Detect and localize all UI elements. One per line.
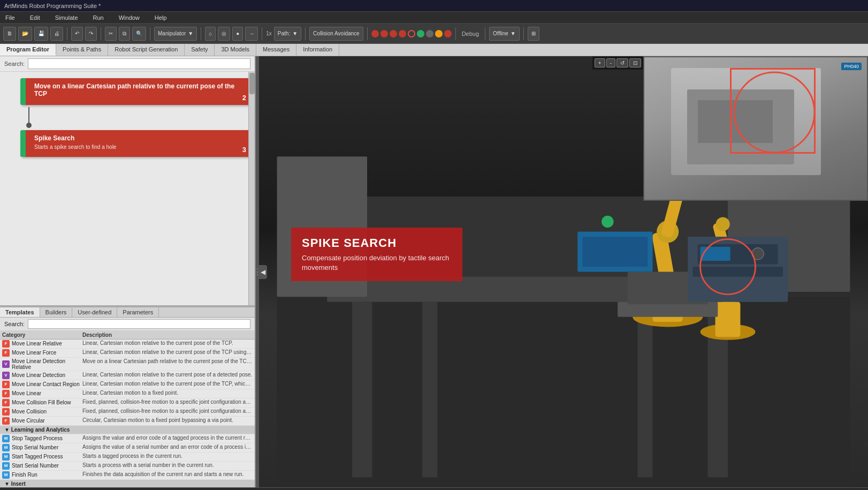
sep1: [67, 27, 67, 40]
toolbar-grid[interactable]: ⊞: [528, 27, 539, 41]
bottom-search-input[interactable]: [28, 319, 250, 329]
table-row[interactable]: M Start Tagged Process Starts a tagged p…: [0, 453, 255, 462]
cam-zoom-out[interactable]: -: [606, 58, 615, 67]
tab-robot-script[interactable]: Robot Script Generation: [108, 44, 185, 56]
debug-ind-9: [444, 30, 452, 37]
node-card-2[interactable]: Spike Search Starts a spike search to fi…: [20, 130, 250, 157]
row-category-0: Move Linear Relative: [12, 341, 62, 346]
path-dropdown[interactable]: Path: ▼: [274, 27, 301, 41]
sep8: [455, 27, 456, 40]
bottom-tab-templates[interactable]: Templates: [0, 307, 40, 317]
bottom-panel: Templates Builders User-defined Paramete…: [0, 306, 255, 487]
toolbar-copy[interactable]: ⧉: [119, 27, 130, 41]
row-icon-6: F: [2, 399, 10, 406]
menu-edit[interactable]: Edit: [27, 13, 43, 22]
table-row[interactable]: F Move Linear Linear, Cartesian motion t…: [0, 389, 255, 398]
panel-toggle[interactable]: ◀: [259, 265, 267, 279]
table-row[interactable]: M Stop Tagged Process Assigns the value …: [0, 434, 255, 443]
bottom-tab-parameters[interactable]: Parameters: [117, 307, 159, 317]
row-desc-3: Linear, Cartesian motion relative to the…: [82, 372, 253, 378]
table-row[interactable]: F Move Collision Fixed, planned, collisi…: [0, 408, 255, 417]
menu-run[interactable]: Run: [90, 13, 107, 22]
row-icon-11: M: [2, 444, 10, 451]
collision-btn[interactable]: Collision Avoidance: [309, 27, 363, 41]
table-row[interactable]: M Stop Serial Number Assigns the value o…: [0, 443, 255, 453]
row-category-8: Move Circular: [12, 418, 45, 424]
sep2: [101, 27, 101, 40]
program-editor: Search: Move on a linear Cartesian path …: [0, 56, 255, 306]
search-label: Search:: [4, 61, 25, 67]
menu-file[interactable]: File: [2, 13, 18, 22]
row-icon-12: M: [2, 453, 10, 461]
toolbar-print[interactable]: 🖨: [50, 27, 63, 41]
cam-zoom-in[interactable]: +: [595, 58, 605, 67]
app-title: ArtMinds Robot Programming Suite *: [4, 3, 101, 9]
toolbar-home[interactable]: ⌂: [205, 27, 216, 41]
search-bar: Search:: [0, 56, 255, 72]
node-bar-2: [20, 130, 26, 157]
section-header-15: ▼ Insert: [0, 480, 255, 487]
bottom-tabs: Templates Builders User-defined Paramete…: [0, 307, 255, 318]
table-row[interactable]: F Move Linear Relative Linear, Cartesian…: [0, 340, 255, 349]
col-category-header: Category: [2, 332, 82, 338]
search-input[interactable]: [28, 58, 250, 69]
row-category-3: Move Linear Detection: [12, 372, 65, 378]
table-row[interactable]: V Move Linear Detection Relative Move on…: [0, 358, 255, 371]
table-row[interactable]: F Move Collision Fill Below Fixed, plann…: [0, 398, 255, 408]
toolbar-open[interactable]: 📂: [18, 27, 32, 41]
menu-help[interactable]: Help: [151, 13, 170, 22]
statusbar: Ready: [0, 487, 868, 490]
program-scrollbar[interactable]: [248, 72, 255, 305]
bottom-tab-builders[interactable]: Builders: [40, 307, 73, 317]
toolbar-search[interactable]: 🔍: [132, 27, 146, 41]
table-row[interactable]: M Finish Run Finishes the data acquisiti…: [0, 471, 255, 480]
table-row[interactable]: F Move Linear Contact Region Linear, Car…: [0, 380, 255, 389]
toolbar-new[interactable]: 🗎: [3, 27, 16, 41]
toolbar-undo[interactable]: ↶: [71, 27, 83, 41]
row-desc-10: Assigns the value and error code of a ta…: [82, 435, 253, 441]
offline-dropdown[interactable]: Offline ▼: [489, 27, 520, 41]
tab-safety[interactable]: Safety: [185, 44, 215, 56]
row-desc-14: Finishes the data acquisition of the cur…: [82, 471, 253, 477]
3d-viewport[interactable]: SPIKE SEARCH Compensate position deviati…: [259, 56, 868, 487]
table-row[interactable]: F Move Linear Force Linear, Cartesian mo…: [0, 349, 255, 358]
row-category-5: Move Linear: [12, 390, 41, 396]
toolbar-redo[interactable]: ↷: [85, 27, 97, 41]
row-desc-4: Linear, Cartesian motion relative to the…: [82, 381, 253, 387]
cam-reset[interactable]: ⊡: [629, 58, 641, 67]
tab-information[interactable]: Information: [296, 44, 339, 56]
toolbar-arrow[interactable]: →: [245, 27, 258, 41]
sep9: [485, 27, 485, 40]
row-icon-7: F: [2, 408, 10, 416]
toolbar-target[interactable]: ◎: [218, 27, 230, 41]
row-category-6: Move Collision Fill Below: [12, 399, 71, 405]
toolbar-circle[interactable]: ●: [232, 27, 243, 41]
scrollbar-thumb[interactable]: [249, 73, 255, 94]
tab-points-paths[interactable]: Points & Paths: [56, 44, 108, 56]
table-row[interactable]: V Move Linear Detection Linear, Cartesia…: [0, 371, 255, 380]
menu-simulate[interactable]: Simulate: [52, 13, 81, 22]
node-title-2: Spike Search: [34, 134, 244, 142]
node-number-2: 3: [242, 146, 246, 154]
table-row[interactable]: F Move Circular Circular, Cartesian moti…: [0, 417, 255, 426]
cam-rotate[interactable]: ↺: [616, 58, 628, 67]
bottom-tab-user-defined[interactable]: User-defined: [72, 307, 117, 317]
row-desc-5: Linear, Cartesian motion to a fixed poin…: [82, 390, 253, 396]
sep7: [367, 27, 368, 40]
menubar: File Edit Simulate Run Window Help: [0, 12, 868, 24]
tab-3d-models[interactable]: 3D Models: [215, 44, 256, 56]
menu-window[interactable]: Window: [116, 13, 143, 22]
row-desc-2: Move on a linear Cartesian path relative…: [82, 358, 253, 364]
row-desc-12: Starts a tagged process in the current r…: [82, 453, 253, 459]
toolbar-save[interactable]: 💾: [34, 27, 48, 41]
sep10: [523, 27, 524, 40]
spike-overlay-title: SPIKE SEARCH: [302, 236, 452, 250]
table-row[interactable]: M Start Serial Number Starts a process w…: [0, 462, 255, 471]
manipulator-dropdown[interactable]: Manipulator ▼: [154, 27, 197, 41]
tab-messages[interactable]: Messages: [256, 44, 296, 56]
connector-dot-1: [26, 123, 32, 128]
node-card-1[interactable]: Move on a linear Cartesian path relative…: [20, 78, 250, 105]
toolbar-cut[interactable]: ✂: [105, 27, 117, 41]
node-desc-2: Starts a spike search to find a hole: [34, 144, 244, 150]
tab-program-editor[interactable]: Program Editor: [0, 44, 56, 56]
